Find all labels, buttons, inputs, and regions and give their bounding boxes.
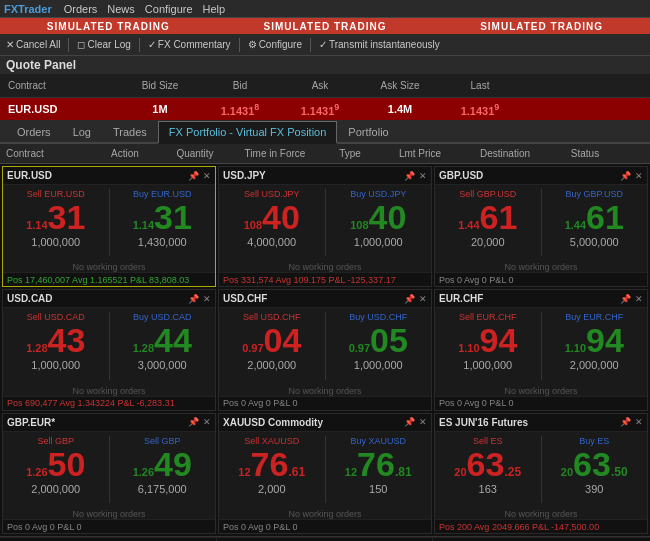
tile-icons-gbp_eur: 📌 ✕ [188, 417, 211, 427]
tile-close-icon-eur_chf[interactable]: ✕ [635, 294, 643, 304]
tile-sell-xauusd[interactable]: Sell XAUUSD 12 76 .61 2,000 [219, 432, 325, 507]
tile-sell-price-usd_jpy: 108 40 [244, 200, 300, 234]
tile-close-icon-eur_usd[interactable]: ✕ [203, 171, 211, 181]
tile-pin-icon-eur_usd[interactable]: 📌 [188, 171, 199, 181]
tile-close-icon-usd_chf[interactable]: ✕ [419, 294, 427, 304]
tile-close-icon-gbp_eur[interactable]: ✕ [203, 417, 211, 427]
eurusd-last: 1.14319 [440, 102, 520, 117]
tab-portfolio[interactable]: Portfolio [337, 121, 399, 142]
tile-buy-big-usd_cad: 44 [154, 323, 192, 357]
tile-close-icon-xauusd[interactable]: ✕ [419, 417, 427, 427]
tile-footer-text-usd_jpy: Pos 331,574 Avg 109.175 P&L -125,337.17 [223, 275, 396, 285]
tile-pin-icon-gbp_usd[interactable]: 📌 [620, 171, 631, 181]
tile-pin-icon-usd_jpy[interactable]: 📌 [404, 171, 415, 181]
tile-buy-eur_usd[interactable]: Buy EUR.USD 1.14 31 1,430,000 [110, 185, 216, 260]
check-icon: ✓ [148, 39, 156, 50]
tile-sell-big-usd_jpy: 40 [262, 200, 300, 234]
main-grid: EUR.USD 📌 ✕ Sell EUR.USD 1.14 31 1,000,0… [0, 164, 650, 536]
tile-buy-gbp_eur[interactable]: Sell GBP 1.26 49 6,175,000 [110, 432, 216, 507]
tile-usd_chf[interactable]: USD.CHF 📌 ✕ Sell USD.CHF 0.97 04 2,000,0… [218, 289, 432, 410]
tile-sell-amount-es_jun16: 163 [479, 483, 497, 495]
cancel-all-button[interactable]: ✕ Cancel All [6, 39, 60, 50]
tile-buy-price-eur_usd: 1.14 31 [133, 200, 192, 234]
tile-sell-int-usd_cad: 1.28 [26, 343, 47, 354]
tile-pin-icon-es_jun16[interactable]: 📌 [620, 417, 631, 427]
tile-buy-usd_cad[interactable]: Buy USD.CAD 1.28 44 3,000,000 [110, 308, 216, 383]
menu-configure[interactable]: Configure [145, 3, 193, 15]
tile-gbp_usd[interactable]: GBP.USD 📌 ✕ Sell GBP.USD 1.44 61 20,000 … [434, 166, 648, 287]
tile-buy-price-gbp_usd: 1.44 61 [565, 200, 624, 234]
tile-header-gbp_eur: GBP.EUR* 📌 ✕ [3, 414, 215, 432]
clear-log-button[interactable]: ◻ Clear Log [77, 39, 130, 50]
tile-pin-icon-eur_chf[interactable]: 📌 [620, 294, 631, 304]
tile-buy-usd_jpy[interactable]: Buy USD.JPY 108 40 1,000,000 [326, 185, 432, 260]
tile-footer-usd_cad: Pos 690,477 Avg 1.343224 P&L -6,283.31 [3, 396, 215, 410]
status-row-1: b00 0 y0↑0 b0T 0 b00 0 y0↑0 b0T 0 b00 0 … [0, 537, 650, 541]
tile-body-xauusd: Sell XAUUSD 12 76 .61 2,000 Buy XAUUSD 1… [219, 432, 431, 507]
tile-sell-int-gbp_usd: 1.44 [458, 220, 479, 231]
tile-buy-amount-eur_usd: 1,430,000 [138, 236, 187, 248]
tile-sell-es_jun16[interactable]: Sell ES 20 63 .25 163 [435, 432, 541, 507]
menu-news[interactable]: News [107, 3, 135, 15]
fx-commentary-button[interactable]: ✓ FX Commentary [148, 39, 231, 50]
tile-eur_chf[interactable]: EUR.CHF 📌 ✕ Sell EUR.CHF 1.10 94 1,000,0… [434, 289, 648, 410]
tile-buy-usd_chf[interactable]: Buy USD.CHF 0.97 05 1,000,000 [326, 308, 432, 383]
tile-footer-text-xauusd: Pos 0 Avg 0 P&L 0 [223, 522, 298, 532]
tile-usd_jpy[interactable]: USD.JPY 📌 ✕ Sell USD.JPY 108 40 4,000,00… [218, 166, 432, 287]
menu-orders[interactable]: Orders [64, 3, 98, 15]
tile-footer-eur_usd: Pos 17,460,007 Avg 1.165521 P&L 83,808.0… [3, 272, 215, 286]
tile-close-icon-es_jun16[interactable]: ✕ [635, 417, 643, 427]
tile-buy-int-eur_chf: 1.10 [565, 343, 586, 354]
menu-help[interactable]: Help [203, 3, 226, 15]
tab-orders[interactable]: Orders [6, 121, 62, 142]
tile-sell-eur_usd[interactable]: Sell EUR.USD 1.14 31 1,000,000 [3, 185, 109, 260]
tile-xauusd[interactable]: XAUUSD Commodity 📌 ✕ Sell XAUUSD 12 76 .… [218, 413, 432, 534]
tile-icons-es_jun16: 📌 ✕ [620, 417, 643, 427]
tile-sell-big-eur_usd: 31 [48, 200, 86, 234]
tab-trades[interactable]: Trades [102, 121, 158, 142]
tile-buy-price-usd_cad: 1.28 44 [133, 323, 192, 357]
tile-eur_usd[interactable]: EUR.USD 📌 ✕ Sell EUR.USD 1.14 31 1,000,0… [2, 166, 216, 287]
tile-pin-icon-xauusd[interactable]: 📌 [404, 417, 415, 427]
tile-sell-usd_cad[interactable]: Sell USD.CAD 1.28 43 1,000,000 [3, 308, 109, 383]
tile-close-icon-usd_cad[interactable]: ✕ [203, 294, 211, 304]
tile-usd_cad[interactable]: USD.CAD 📌 ✕ Sell USD.CAD 1.28 43 1,000,0… [2, 289, 216, 410]
toolbar-sep-3 [239, 38, 240, 52]
tile-sell-usd_chf[interactable]: Sell USD.CHF 0.97 04 2,000,000 [219, 308, 325, 383]
tile-pin-icon-usd_cad[interactable]: 📌 [188, 294, 199, 304]
configure-button[interactable]: ⚙ Configure [248, 39, 302, 50]
tile-title-xauusd: XAUUSD Commodity [223, 417, 323, 428]
tile-sell-price-usd_cad: 1.28 43 [26, 323, 85, 357]
tile-sell-int-usd_jpy: 108 [244, 220, 262, 231]
transmit-button[interactable]: ✓ Transmit instantaneously [319, 39, 440, 50]
tile-close-icon-gbp_usd[interactable]: ✕ [635, 171, 643, 181]
tile-buy-eur_chf[interactable]: Buy EUR.CHF 1.10 94 2,000,000 [542, 308, 648, 383]
tile-es_jun16[interactable]: ES JUN'16 Futures 📌 ✕ Sell ES 20 63 .25 … [434, 413, 648, 534]
tile-no-orders-es_jun16: No working orders [435, 509, 647, 519]
tile-footer-text-eur_chf: Pos 0 Avg 0 P&L 0 [439, 398, 514, 408]
toolbar: ✕ Cancel All ◻ Clear Log ✓ FX Commentary… [0, 34, 650, 56]
tile-sell-gbp_eur[interactable]: Sell GBP 1.26 50 2,000,000 [3, 432, 109, 507]
tile-footer-es_jun16: Pos 200 Avg 2049.666 P&L -147,500.00 [435, 519, 647, 533]
tile-sell-price-eur_usd: 1.14 31 [26, 200, 85, 234]
eurusd-row[interactable]: EUR.USD 1M 1.14318 1.14319 1.4M 1.14319 [0, 98, 650, 120]
tile-buy-sub-xauusd: .81 [395, 465, 412, 479]
tile-close-icon-usd_jpy[interactable]: ✕ [419, 171, 427, 181]
tab-log[interactable]: Log [62, 121, 102, 142]
tile-sell-price-gbp_usd: 1.44 61 [458, 200, 517, 234]
tile-sell-amount-usd_chf: 2,000,000 [247, 359, 296, 371]
tile-sell-usd_jpy[interactable]: Sell USD.JPY 108 40 4,000,000 [219, 185, 325, 260]
tile-sell-eur_chf[interactable]: Sell EUR.CHF 1.10 94 1,000,000 [435, 308, 541, 383]
tile-pin-icon-gbp_eur[interactable]: 📌 [188, 417, 199, 427]
tile-buy-es_jun16[interactable]: Buy ES 20 63 .50 390 [542, 432, 648, 507]
tile-buy-xauusd[interactable]: Buy XAUUSD 12 76 .81 150 [326, 432, 432, 507]
tile-footer-eur_chf: Pos 0 Avg 0 P&L 0 [435, 396, 647, 410]
tab-fx-portfolio[interactable]: FX Portfolio - Virtual FX Position [158, 121, 338, 144]
tile-sell-big-xauusd: 76 [251, 447, 289, 481]
tile-sell-gbp_usd[interactable]: Sell GBP.USD 1.44 61 20,000 [435, 185, 541, 260]
tile-buy-gbp_usd[interactable]: Buy GBP.USD 1.44 61 5,000,000 [542, 185, 648, 260]
tabs: Orders Log Trades FX Portfolio - Virtual… [0, 120, 650, 144]
tile-gbp_eur[interactable]: GBP.EUR* 📌 ✕ Sell GBP 1.26 50 2,000,000 … [2, 413, 216, 534]
tile-pin-icon-usd_chf[interactable]: 📌 [404, 294, 415, 304]
tile-footer-gbp_eur: Pos 0 Avg 0 P&L 0 [3, 519, 215, 533]
